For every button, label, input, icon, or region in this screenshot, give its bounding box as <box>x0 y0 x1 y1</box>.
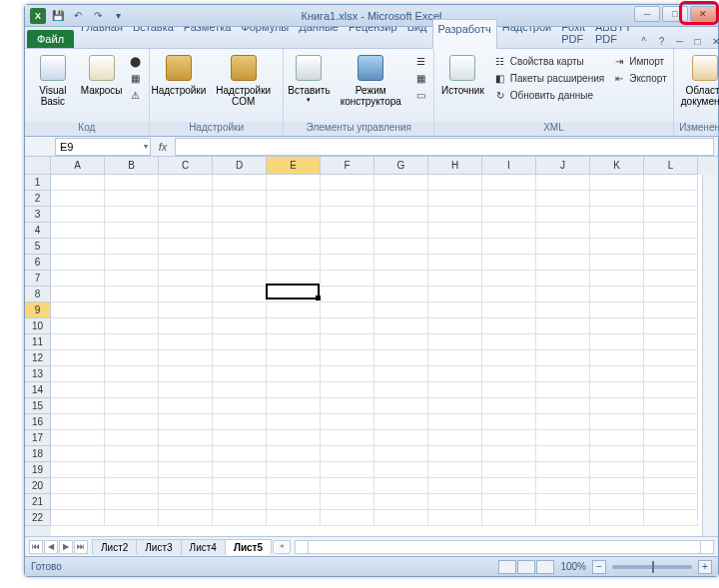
xml-export-button[interactable]: ⇤Экспорт <box>609 70 670 86</box>
cells-area[interactable] <box>51 175 718 526</box>
cell[interactable] <box>213 223 267 239</box>
qat-menu-icon[interactable]: ▾ <box>109 7 127 25</box>
cell[interactable] <box>536 494 590 510</box>
cell[interactable] <box>590 255 644 271</box>
cell[interactable] <box>536 334 590 350</box>
cell[interactable] <box>213 350 267 366</box>
cell[interactable] <box>159 191 213 207</box>
cell[interactable] <box>428 223 482 239</box>
cell[interactable] <box>428 350 482 366</box>
cell[interactable] <box>590 398 644 414</box>
cell[interactable] <box>590 350 644 366</box>
cell[interactable] <box>267 414 321 430</box>
cell[interactable] <box>482 334 536 350</box>
row-header[interactable]: 21 <box>25 494 51 510</box>
xml-import-button[interactable]: ⇥Импорт <box>609 53 670 69</box>
cell[interactable] <box>213 382 267 398</box>
cell[interactable] <box>374 414 428 430</box>
cell[interactable] <box>321 398 374 414</box>
cell[interactable] <box>321 287 374 302</box>
sheet-nav-first[interactable]: ⏮ <box>29 540 43 554</box>
cell[interactable] <box>644 334 698 350</box>
cell[interactable] <box>482 478 536 494</box>
cell[interactable] <box>267 462 321 478</box>
cell[interactable] <box>213 494 267 510</box>
zoom-in-button[interactable]: + <box>698 560 712 574</box>
cell[interactable] <box>374 430 428 446</box>
cell[interactable] <box>644 366 698 382</box>
view-layout-button[interactable] <box>517 560 535 574</box>
col-header[interactable]: C <box>159 157 213 175</box>
cell[interactable] <box>482 287 536 302</box>
col-header[interactable]: A <box>51 157 105 175</box>
cell[interactable] <box>267 510 321 526</box>
cell[interactable] <box>213 207 267 223</box>
cell[interactable] <box>644 287 698 302</box>
cell[interactable] <box>321 255 374 271</box>
insert-control-button[interactable]: Вставить ▾ <box>287 51 331 106</box>
cell[interactable] <box>159 255 213 271</box>
cell[interactable] <box>321 207 374 223</box>
cell[interactable] <box>590 366 644 382</box>
cell[interactable] <box>536 414 590 430</box>
zoom-out-button[interactable]: − <box>592 560 606 574</box>
cell[interactable] <box>428 414 482 430</box>
cell[interactable] <box>590 334 644 350</box>
cell[interactable] <box>159 223 213 239</box>
expansion-packs-button[interactable]: ◧Пакеты расширения <box>490 70 607 86</box>
cell[interactable] <box>213 478 267 494</box>
row-header[interactable]: 7 <box>25 271 51 287</box>
cell[interactable] <box>536 207 590 223</box>
cell[interactable] <box>590 414 644 430</box>
cell[interactable] <box>51 478 105 494</box>
cell[interactable] <box>536 478 590 494</box>
cell[interactable] <box>51 430 105 446</box>
horizontal-scrollbar[interactable] <box>295 540 714 554</box>
cell[interactable] <box>105 430 159 446</box>
view-normal-button[interactable] <box>498 560 516 574</box>
cell[interactable] <box>590 287 644 302</box>
select-all-corner[interactable] <box>25 157 51 175</box>
cell[interactable] <box>105 191 159 207</box>
cell[interactable] <box>51 239 105 255</box>
cell[interactable] <box>267 175 321 191</box>
cell[interactable] <box>51 302 105 318</box>
doc-minimize-icon[interactable]: ─ <box>673 34 687 48</box>
col-header[interactable]: K <box>590 157 644 175</box>
row-header[interactable]: 20 <box>25 478 51 494</box>
redo-icon[interactable]: ↷ <box>89 7 107 25</box>
cell[interactable] <box>159 398 213 414</box>
vertical-scrollbar[interactable] <box>702 175 718 536</box>
col-header[interactable]: D <box>213 157 267 175</box>
doc-restore-icon[interactable]: □ <box>691 34 705 48</box>
cell[interactable] <box>213 191 267 207</box>
col-header[interactable]: E <box>267 157 321 175</box>
cell[interactable] <box>590 175 644 191</box>
cell[interactable] <box>482 255 536 271</box>
cell[interactable] <box>590 271 644 287</box>
cell[interactable] <box>51 398 105 414</box>
sheet-tab[interactable]: Лист4 <box>181 539 226 555</box>
cell[interactable] <box>105 223 159 239</box>
cell[interactable] <box>213 446 267 462</box>
cell[interactable] <box>51 334 105 350</box>
cell[interactable] <box>321 191 374 207</box>
cell[interactable] <box>51 287 105 302</box>
cell[interactable] <box>105 478 159 494</box>
cell[interactable] <box>644 239 698 255</box>
cell[interactable] <box>482 318 536 334</box>
xml-source-button[interactable]: Источник <box>437 51 488 98</box>
cell[interactable] <box>321 510 374 526</box>
cell[interactable] <box>321 334 374 350</box>
cell[interactable] <box>51 510 105 526</box>
cell[interactable] <box>374 398 428 414</box>
cell[interactable] <box>590 494 644 510</box>
cell[interactable] <box>267 430 321 446</box>
cell[interactable] <box>374 366 428 382</box>
cell[interactable] <box>374 271 428 287</box>
relative-refs-button[interactable]: ▦ <box>126 70 146 86</box>
col-header[interactable]: L <box>644 157 698 175</box>
cell[interactable] <box>51 414 105 430</box>
cell[interactable] <box>482 446 536 462</box>
cell[interactable] <box>267 271 321 287</box>
